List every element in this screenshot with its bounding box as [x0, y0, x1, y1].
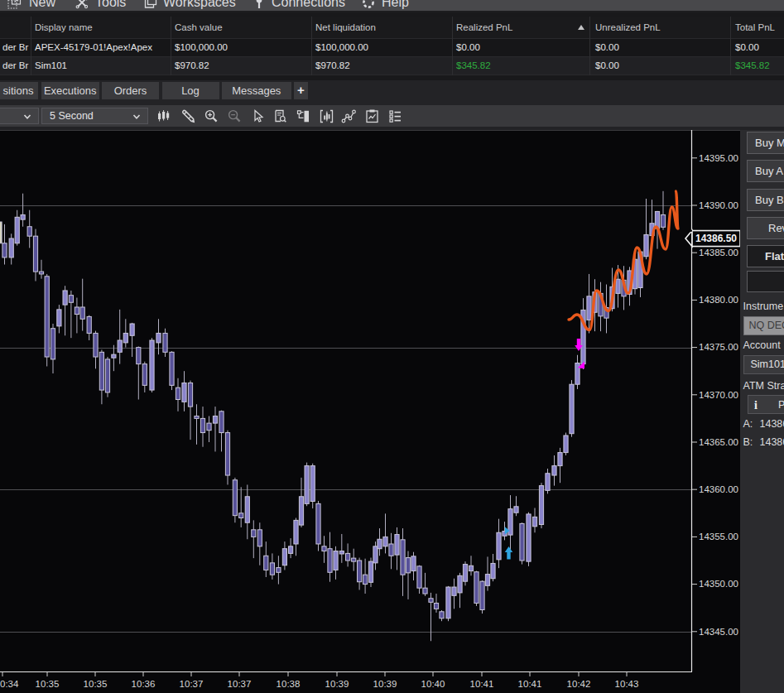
price-axis-label: 14370.00 — [699, 390, 738, 400]
indicators-icon[interactable] — [296, 108, 311, 124]
add-tab-button[interactable]: + — [294, 82, 308, 100]
period-value: 5 Second — [50, 108, 94, 124]
time-axis-label: 10:40 — [421, 679, 445, 689]
chart-background — [0, 130, 740, 693]
info-icon: i — [754, 397, 758, 414]
strategies-icon[interactable] — [341, 108, 357, 124]
column-separator — [311, 17, 312, 75]
atm-strategy-select[interactable]: i Pr — [748, 395, 784, 414]
cell-cash-value: $970.82 — [175, 56, 209, 75]
ask-quote: A: 14386 — [743, 418, 753, 430]
chart-trader-panel: Buy M Buy A Buy B Rev Flat Instrume NQ D… — [740, 130, 784, 693]
price-axis-label: 14360.00 — [699, 484, 738, 494]
tools-icon — [75, 0, 89, 9]
menu-bar: New Tools Workspaces — [0, 0, 784, 11]
connections-icon — [253, 0, 265, 10]
cell-left-clipped: der Br — [2, 56, 28, 75]
account-row-sim101[interactable]: der Br Sim101 $970.82 $970.82 $345.82 $0… — [0, 56, 784, 75]
time-axis-label: 10:35 — [84, 679, 108, 689]
cell-total-pnl: $345.82 — [735, 56, 770, 75]
chart-trader-icon[interactable] — [319, 108, 334, 124]
price-axis-label: 14390.00 — [699, 200, 738, 210]
menu-new[interactable]: New — [7, 0, 55, 11]
data-box-icon[interactable] — [272, 108, 288, 124]
sort-ascending-icon — [578, 25, 584, 30]
price-axis-label: 14350.00 — [699, 579, 738, 589]
menu-help[interactable]: Help — [362, 0, 409, 11]
atm-strategy-label: ATM Stra — [743, 380, 784, 392]
column-separator — [452, 17, 453, 75]
time-axis-label: 10:37 — [228, 679, 252, 689]
cell-unrealized-pnl: $0.00 — [595, 38, 619, 56]
column-separator — [171, 17, 171, 75]
time-axis-label: 10:42 — [567, 679, 591, 689]
instrument-label: Instrume — [743, 301, 784, 312]
chart-style-icon[interactable] — [156, 108, 171, 124]
bid-value: 14386 — [760, 436, 784, 448]
time-axis-label: 10:37 — [180, 679, 204, 689]
zoom-in-icon[interactable] — [204, 108, 219, 124]
col-cash-value[interactable]: Cash value — [175, 17, 223, 38]
tab-messages[interactable]: Messages — [222, 82, 291, 100]
col-unrealized-pnl[interactable]: Unrealized PnL — [595, 17, 661, 38]
bid-label: B: — [743, 436, 753, 448]
column-separator — [31, 17, 31, 75]
period-combo[interactable]: 5 Second — [41, 108, 148, 125]
tab-executions[interactable]: Executions — [41, 82, 99, 100]
accounts-table: Display name Cash value Net liquidation … — [0, 12, 784, 80]
atm-value: Pr — [778, 397, 784, 414]
col-total-pnl[interactable]: Total PnL — [735, 17, 775, 38]
buy-ask-button[interactable]: Buy A — [747, 160, 784, 182]
time-axis-label: 10:41 — [470, 679, 494, 689]
properties-icon[interactable] — [387, 108, 403, 124]
chevron-down-icon — [23, 113, 31, 121]
tab-orders[interactable]: Orders — [102, 82, 159, 100]
zoom-out-icon[interactable] — [227, 108, 243, 124]
cell-display-name: APEX-45179-01!Apex!Apex — [35, 38, 152, 56]
menu-connections[interactable]: Connections — [253, 0, 345, 11]
col-realized-pnl[interactable]: Realized PnL — [456, 17, 512, 38]
price-axis-label: 14375.00 — [699, 342, 738, 352]
menu-workspaces[interactable]: Workspaces — [144, 0, 236, 11]
ask-label: A: — [743, 418, 753, 430]
col-display-name[interactable]: Display name — [35, 17, 93, 38]
tab-positions[interactable]: sitions — [0, 82, 38, 100]
price-chart[interactable]: 14395.0014390.0014385.0014380.0014375.00… — [0, 130, 740, 693]
cell-realized-pnl: $0.00 — [456, 38, 480, 56]
time-axis-label: 10:38 — [277, 679, 301, 689]
cell-net-liquidation: $970.82 — [315, 56, 350, 75]
position-display — [747, 271, 784, 292]
time-axis-label: 10:43 — [615, 679, 639, 689]
workspaces-icon — [144, 0, 157, 9]
time-axis-label: 10:35 — [36, 679, 60, 689]
col-net-liquidation[interactable]: Net liquidation — [315, 17, 376, 38]
price-axis-label: 14365.00 — [699, 437, 738, 447]
price-axis-label: 14355.00 — [699, 532, 738, 541]
cell-unrealized-pnl: $0.00 — [595, 56, 619, 75]
cursor-icon[interactable] — [250, 108, 266, 124]
time-axis-label: 10:39 — [373, 679, 397, 689]
row-separator — [0, 75, 784, 75]
instrument-input[interactable]: NQ DEC — [743, 316, 784, 335]
price-axis-label: 14380.00 — [699, 295, 738, 305]
help-icon — [362, 0, 375, 9]
draw-icon[interactable] — [180, 108, 196, 124]
account-row-apex[interactable]: der Br APEX-45179-01!Apex!Apex $100,000.… — [0, 38, 784, 56]
tab-log[interactable]: Log — [162, 82, 219, 100]
buy-market-button[interactable]: Buy M — [747, 132, 784, 154]
analyzer-icon[interactable] — [364, 108, 380, 124]
column-separator — [589, 17, 590, 75]
cell-left-clipped: der Br — [2, 38, 28, 56]
instrument-combo[interactable] — [0, 108, 39, 125]
price-axis-label: 14395.00 — [699, 153, 738, 163]
menu-tools[interactable]: Tools — [75, 0, 126, 11]
buy-bid-button[interactable]: Buy B — [747, 189, 784, 211]
flatten-button[interactable]: Flat — [747, 245, 784, 267]
ask-value: 14386 — [760, 418, 784, 430]
cell-display-name: Sim101 — [35, 56, 67, 75]
bid-quote: B: 14386 — [743, 436, 753, 448]
account-select[interactable]: Sim101 — [743, 355, 784, 374]
cell-cash-value: $100,000.00 — [175, 38, 228, 56]
reverse-button[interactable]: Rev — [747, 217, 784, 239]
row-separator — [0, 38, 784, 39]
